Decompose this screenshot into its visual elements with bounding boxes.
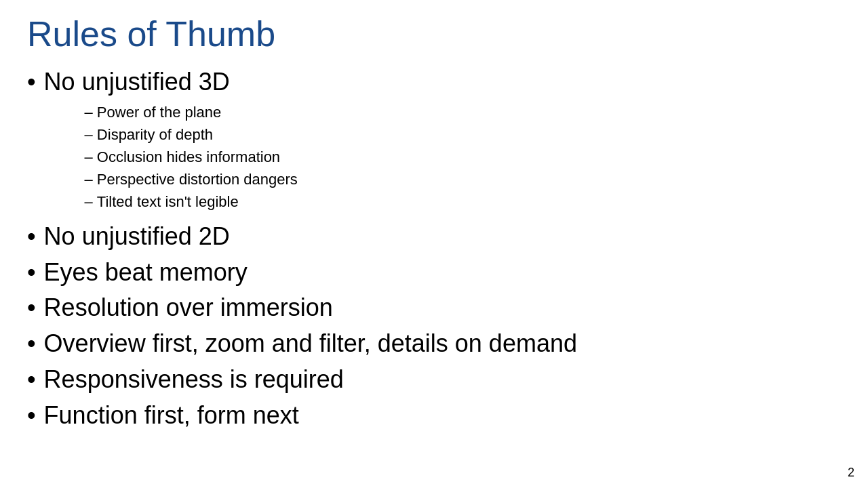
main-list: • No unjustified 3D – Power of the plane… [27,66,841,432]
sub-item-text: Disparity of depth [97,123,213,146]
list-item-text: No unjustified 3D [44,68,230,96]
sub-bullet-icon: – [85,146,93,168]
sub-bullet-icon: – [85,190,93,213]
bullet-icon: • [27,292,36,324]
list-item: • No unjustified 2D [27,221,841,253]
list-item: • Overview first, zoom and filter, detai… [27,328,841,360]
slide-number: 2 [848,466,854,480]
sub-item-text: Perspective distortion dangers [97,168,298,190]
list-item: • No unjustified 3D – Power of the plane… [27,66,841,217]
bullet-icon: • [27,400,36,432]
list-item: • Responsiveness is required [27,364,841,396]
sub-item-text: Power of the plane [97,101,221,123]
sub-list-item: – Power of the plane [85,101,298,123]
sub-bullet-icon: – [85,123,93,146]
sub-item-text: Occlusion hides information [97,146,280,168]
bullet-icon: • [27,328,36,360]
sub-list-item: – Disparity of depth [85,123,298,146]
list-item-text: No unjustified 2D [44,221,230,253]
sub-bullet-icon: – [85,101,93,123]
list-item: • Eyes beat memory [27,257,841,289]
list-item: • Resolution over immersion [27,292,841,324]
bullet-icon: • [27,66,36,98]
sub-list-item: – Occlusion hides information [85,146,298,168]
sub-item-text: Tilted text isn't legible [97,190,239,213]
list-item-text: Resolution over immersion [44,292,333,324]
bullet-icon: • [27,257,36,289]
bullet-icon: • [27,221,36,253]
list-item-text: Eyes beat memory [44,257,248,289]
sub-list-item: – Tilted text isn't legible [85,190,298,213]
slide-title: Rules of Thumb [27,14,841,54]
sub-bullet-icon: – [85,168,93,190]
list-item-text: Function first, form next [44,400,299,432]
list-item-text: Overview first, zoom and filter, details… [44,328,577,360]
bullet-icon: • [27,364,36,396]
list-item-text: Responsiveness is required [44,364,344,396]
sub-list-item: – Perspective distortion dangers [85,168,298,190]
list-item: • Function first, form next [27,400,841,432]
sub-list: – Power of the plane – Disparity of dept… [85,101,298,213]
slide-container: Rules of Thumb • No unjustified 3D – Pow… [0,0,868,488]
